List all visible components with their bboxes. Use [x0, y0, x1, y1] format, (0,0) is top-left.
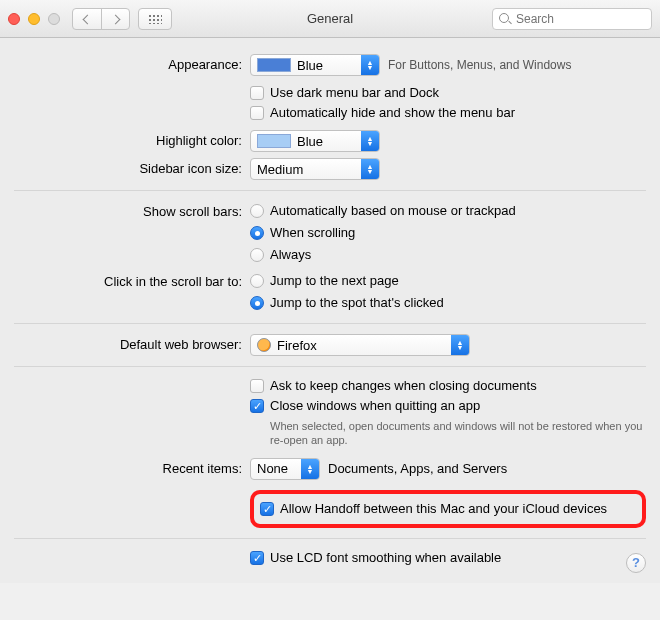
help-button[interactable]: ? — [626, 553, 646, 573]
default-browser-select[interactable]: Firefox ▲▼ — [250, 334, 470, 356]
prefs-content: Appearance: Blue ▲▼ For Buttons, Menus, … — [0, 38, 660, 583]
checkbox-icon — [250, 86, 264, 100]
default-browser-value: Firefox — [277, 338, 317, 353]
recent-items-suffix: Documents, Apps, and Servers — [328, 461, 507, 476]
grid-icon — [148, 14, 162, 24]
search-icon — [499, 13, 511, 25]
recent-items-select[interactable]: None ▲▼ — [250, 458, 320, 480]
handoff-highlight: ✓ Allow Handoff between this Mac and you… — [250, 490, 646, 528]
divider — [14, 538, 646, 539]
recent-items-label: Recent items: — [14, 458, 250, 476]
sidebar-size-value: Medium — [257, 162, 303, 177]
close-windows-fineprint: When selected, open documents and window… — [270, 419, 646, 448]
popup-arrows-icon: ▲▼ — [361, 159, 379, 179]
allow-handoff-checkbox[interactable]: ✓ Allow Handoff between this Mac and you… — [260, 500, 607, 518]
recent-items-value: None — [257, 461, 288, 476]
highlight-swatch — [257, 134, 291, 148]
appearance-swatch — [257, 58, 291, 72]
ask-keep-changes-checkbox[interactable]: Ask to keep changes when closing documen… — [250, 377, 646, 395]
sidebar-size-label: Sidebar icon size: — [14, 158, 250, 176]
divider — [14, 366, 646, 367]
appearance-select[interactable]: Blue ▲▼ — [250, 54, 380, 76]
close-windows-quit-checkbox[interactable]: ✓ Close windows when quitting an app — [250, 397, 646, 415]
scrollbars-when-scrolling-radio[interactable]: When scrolling — [250, 223, 646, 243]
firefox-icon — [257, 338, 271, 352]
sidebar-size-select[interactable]: Medium ▲▼ — [250, 158, 380, 180]
back-button[interactable] — [73, 9, 101, 29]
show-scrollbars-label: Show scroll bars: — [14, 201, 250, 219]
popup-arrows-icon: ▲▼ — [361, 131, 379, 151]
nav-back-forward — [72, 8, 130, 30]
zoom-window-button — [48, 13, 60, 25]
minimize-window-button[interactable] — [28, 13, 40, 25]
search-input[interactable] — [516, 12, 645, 26]
forward-button[interactable] — [101, 9, 129, 29]
scrollbars-auto-radio[interactable]: Automatically based on mouse or trackpad — [250, 201, 646, 221]
close-window-button[interactable] — [8, 13, 20, 25]
popup-arrows-icon: ▲▼ — [361, 55, 379, 75]
checkbox-icon: ✓ — [250, 551, 264, 565]
checkbox-icon — [250, 379, 264, 393]
checkbox-icon: ✓ — [260, 502, 274, 516]
window-titlebar: General — [0, 0, 660, 38]
dark-menubar-checkbox[interactable]: Use dark menu bar and Dock — [250, 84, 646, 102]
checkbox-icon: ✓ — [250, 399, 264, 413]
highlight-label: Highlight color: — [14, 130, 250, 148]
popup-arrows-icon: ▲▼ — [301, 459, 319, 479]
appearance-value: Blue — [297, 58, 323, 73]
default-browser-label: Default web browser: — [14, 334, 250, 352]
search-field-wrap[interactable] — [492, 8, 652, 30]
show-all-prefs-button[interactable] — [138, 8, 172, 30]
auto-hide-menubar-checkbox[interactable]: Automatically hide and show the menu bar — [250, 104, 646, 122]
appearance-label: Appearance: — [14, 54, 250, 72]
highlight-value: Blue — [297, 134, 323, 149]
chevron-left-icon — [84, 11, 91, 26]
scroll-click-spot-radio[interactable]: Jump to the spot that's clicked — [250, 293, 646, 313]
lcd-font-smoothing-checkbox[interactable]: ✓ Use LCD font smoothing when available — [250, 549, 646, 567]
scrollbars-always-radio[interactable]: Always — [250, 245, 646, 265]
checkbox-icon — [250, 106, 264, 120]
scroll-click-page-radio[interactable]: Jump to the next page — [250, 271, 646, 291]
scroll-click-label: Click in the scroll bar to: — [14, 271, 250, 289]
divider — [14, 323, 646, 324]
highlight-color-select[interactable]: Blue ▲▼ — [250, 130, 380, 152]
traffic-lights — [8, 13, 60, 25]
appearance-hint: For Buttons, Menus, and Windows — [388, 58, 571, 72]
chevron-right-icon — [112, 11, 119, 26]
divider — [14, 190, 646, 191]
popup-arrows-icon: ▲▼ — [451, 335, 469, 355]
